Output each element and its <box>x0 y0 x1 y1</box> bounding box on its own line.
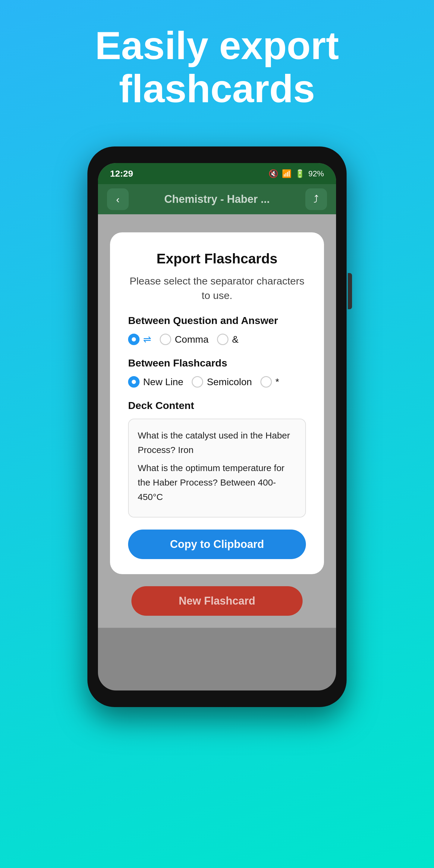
radio-comma[interactable]: Comma <box>160 334 209 345</box>
swap-icon: ⇌ <box>143 334 151 345</box>
section2-label: Between Flashcards <box>128 357 306 369</box>
share-button[interactable]: ⤴ <box>305 188 327 210</box>
modal-title: Export Flashcards <box>128 250 306 267</box>
radio-dot-amp[interactable] <box>217 334 228 345</box>
qa-radio-group: ⇌ Comma & <box>128 334 306 345</box>
phone-mockup: 12:29 🔇 📶 🔋 92% ‹ Chemistry - Haber ... … <box>87 147 347 719</box>
amp-label: & <box>232 334 239 345</box>
battery-icon: 🔋 <box>295 169 305 179</box>
deck-item-2: What is the optimum temperature for the … <box>138 461 296 504</box>
app-bar-title: Chemistry - Haber ... <box>164 193 270 206</box>
export-modal: Export Flashcards Please select the sepa… <box>110 232 324 574</box>
newline-label: New Line <box>143 376 183 388</box>
radio-amp[interactable]: & <box>217 334 239 345</box>
radio-dot-comma[interactable] <box>160 334 171 345</box>
status-icons: 🔇 📶 🔋 92% <box>269 169 324 179</box>
back-icon: ‹ <box>116 193 119 205</box>
radio-dot-swap[interactable] <box>128 334 140 345</box>
radio-dot-newline[interactable] <box>128 376 140 388</box>
mute-icon: 🔇 <box>269 169 278 179</box>
deck-item-1: What is the catalyst used in the Haber P… <box>138 428 296 457</box>
back-button[interactable]: ‹ <box>107 188 129 210</box>
radio-dot-semicolon[interactable] <box>192 376 203 388</box>
phone-screen: 12:29 🔇 📶 🔋 92% ‹ Chemistry - Haber ... … <box>98 163 336 690</box>
deck-content-label: Deck Content <box>128 400 306 411</box>
screen-body: Export Flashcards Please select the sepa… <box>98 214 336 628</box>
deck-content-box: What is the catalyst used in the Haber P… <box>128 418 306 518</box>
status-bar: 12:29 🔇 📶 🔋 92% <box>98 163 336 184</box>
radio-newline[interactable]: New Line <box>128 376 183 388</box>
phone-shell: 12:29 🔇 📶 🔋 92% ‹ Chemistry - Haber ... … <box>87 147 347 707</box>
flashcard-radio-group: New Line Semicolon * <box>128 376 306 388</box>
modal-subtitle: Please select the separator characters t… <box>128 274 306 303</box>
radio-semicolon[interactable]: Semicolon <box>192 376 252 388</box>
new-flashcard-button[interactable]: New Flashcard <box>131 586 303 616</box>
copy-to-clipboard-button[interactable]: Copy to Clipboard <box>128 530 306 559</box>
app-bar: ‹ Chemistry - Haber ... ⤴ <box>98 184 336 214</box>
share-icon: ⤴ <box>313 193 318 205</box>
star-label: * <box>276 376 279 388</box>
comma-label: Comma <box>175 334 209 345</box>
volume-button <box>348 273 352 309</box>
battery-percent: 92% <box>308 169 324 179</box>
status-time: 12:29 <box>110 168 133 179</box>
radio-dot-star[interactable] <box>260 376 272 388</box>
radio-swap[interactable]: ⇌ <box>128 334 151 345</box>
wifi-icon: 📶 <box>282 169 291 179</box>
deck-content-text: What is the catalyst used in the Haber P… <box>138 428 296 504</box>
semicolon-label: Semicolon <box>207 376 252 388</box>
section1-label: Between Question and Answer <box>128 315 306 327</box>
radio-star[interactable]: * <box>260 376 279 388</box>
hero-section: Easily export flashcards <box>65 0 369 110</box>
hero-title: Easily export flashcards <box>65 24 369 110</box>
